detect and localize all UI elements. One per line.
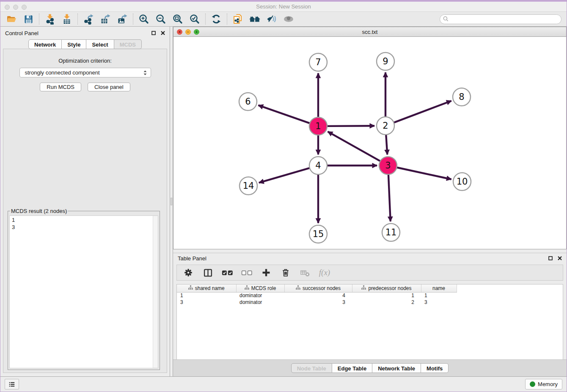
export-image-icon[interactable] (114, 13, 131, 25)
maximize-view-button[interactable]: + (194, 29, 199, 35)
graph-edge-1-2[interactable] (327, 126, 374, 126)
graph-node-4[interactable]: 4 (309, 157, 327, 174)
zoom-out-icon[interactable] (152, 13, 169, 25)
shared-column-icon (361, 285, 366, 291)
refresh-view-icon[interactable] (208, 13, 225, 25)
import-table-icon[interactable] (58, 13, 75, 25)
close-panel-icon[interactable] (161, 30, 165, 36)
float-table-panel-icon[interactable] (548, 255, 553, 262)
splitter-grip-icon (171, 198, 172, 205)
graph-node-7[interactable]: 7 (309, 53, 327, 71)
mcds-result-group: MCDS result (2 nodes) 13 (8, 208, 160, 370)
clone-network-icon[interactable] (229, 13, 246, 25)
graph-edge-2-3[interactable] (386, 135, 387, 155)
close-view-button[interactable]: × (177, 29, 182, 35)
result-scrollbar[interactable] (153, 216, 158, 368)
panel-splitter[interactable] (170, 27, 173, 376)
graph-edge-3-10[interactable] (397, 168, 451, 179)
column-header-successor-nodes[interactable]: successor nodes (284, 284, 352, 292)
horizontal-divider[interactable] (173, 249, 567, 253)
network-canvas[interactable]: 7968124314101511 (173, 37, 567, 249)
search-field[interactable] (440, 14, 561, 24)
tab-node-table[interactable]: Node Table (291, 363, 332, 373)
graph-node-10[interactable]: 10 (453, 173, 471, 190)
graph-node-6[interactable]: 6 (239, 93, 257, 110)
column-header-shared-name[interactable]: shared name (177, 284, 236, 292)
toolbar-separator (133, 14, 133, 25)
settings-gear-icon[interactable] (182, 266, 195, 279)
graph-node-15[interactable]: 15 (309, 225, 327, 243)
columns-icon[interactable] (201, 266, 214, 279)
table-cell[interactable]: 3 (177, 299, 236, 306)
table-cell[interactable]: dominator (236, 299, 284, 306)
float-panel-icon[interactable] (151, 30, 156, 36)
column-header-mcds-role[interactable]: MCDS role (236, 284, 284, 292)
control-panel: Control Panel NetworkStyleSelectMCDS Opt… (0, 27, 170, 376)
svg-text:6: 6 (245, 97, 250, 107)
tab-motifs[interactable]: Motifs (421, 363, 449, 373)
deselect-all-icon[interactable] (240, 266, 253, 279)
tab-select[interactable]: Select (86, 39, 114, 49)
open-session-icon[interactable] (3, 13, 20, 25)
optimization-criterion-dropdown[interactable]: strongly connected component (19, 68, 151, 77)
table-cell[interactable]: 1 (352, 292, 421, 299)
function-builder-disabled-icon: f(x) (318, 266, 331, 279)
task-history-button[interactable] (5, 379, 19, 389)
table-row[interactable]: 3dominator323 (177, 299, 457, 306)
table-cell[interactable]: 1 (177, 292, 236, 299)
search-input[interactable] (451, 17, 558, 22)
table-cell[interactable]: 2 (352, 299, 421, 306)
table-cell[interactable]: 3 (421, 299, 457, 306)
graph-edge-3-11[interactable] (388, 174, 391, 221)
graph-edge-1-6[interactable] (259, 105, 310, 124)
memory-button[interactable]: Memory (525, 379, 562, 389)
tab-network-table[interactable]: Network Table (372, 363, 421, 373)
graph-node-11[interactable]: 11 (382, 224, 400, 241)
graph-edge-2-8[interactable] (394, 101, 451, 122)
import-network-icon[interactable] (41, 13, 58, 25)
export-network-icon[interactable] (80, 13, 97, 25)
minimize-view-button[interactable]: − (185, 29, 191, 35)
table-cell[interactable]: 4 (284, 292, 352, 299)
zoom-fit-icon[interactable] (169, 13, 186, 25)
graph-node-14[interactable]: 14 (239, 177, 257, 195)
tab-edge-table[interactable]: Edge Table (332, 363, 372, 373)
graph-edge-4-14[interactable] (259, 168, 310, 183)
column-header-predecessor-nodes[interactable]: predecessor nodes (352, 284, 421, 292)
close-panel-button[interactable]: Close panel (88, 83, 130, 91)
mcds-result-textarea[interactable]: 13 (9, 215, 158, 368)
zoom-selected-icon[interactable] (186, 13, 203, 25)
graph-node-1[interactable]: 1 (309, 117, 327, 135)
graph-node-2[interactable]: 2 (377, 117, 394, 135)
select-all-checked-icon[interactable] (221, 266, 234, 279)
table-body[interactable]: 1dominator4113dominator323 (177, 292, 457, 306)
zoom-in-icon[interactable] (135, 13, 152, 25)
minimize-window-button[interactable] (13, 5, 18, 10)
hide-selected-icon[interactable] (263, 13, 280, 25)
tab-network[interactable]: Network (28, 39, 62, 49)
table-header[interactable]: shared nameMCDS rolesuccessor nodesprede… (177, 284, 457, 292)
graph-edge-3-1[interactable] (328, 132, 380, 161)
network-overview-icon[interactable] (246, 13, 263, 25)
delete-column-icon[interactable] (279, 266, 292, 279)
graph-node-3[interactable]: 3 (379, 157, 397, 174)
add-column-icon[interactable] (260, 266, 272, 279)
table-row[interactable]: 1dominator411 (177, 292, 457, 299)
run-mcds-button[interactable]: Run MCDS (40, 83, 81, 91)
close-window-button[interactable] (5, 5, 10, 10)
export-table-icon[interactable] (97, 13, 114, 25)
graph-node-8[interactable]: 8 (453, 88, 471, 106)
column-header-name[interactable]: name (421, 284, 457, 292)
tab-style[interactable]: Style (62, 39, 86, 49)
save-session-icon[interactable] (20, 13, 37, 25)
maximize-window-button[interactable] (22, 5, 27, 10)
node-table[interactable]: shared nameMCDS rolesuccessor nodesprede… (176, 284, 563, 359)
close-table-panel-icon[interactable] (558, 255, 562, 262)
table-cell[interactable]: 3 (284, 299, 352, 306)
table-cell[interactable]: 1 (421, 292, 457, 299)
show-all-icon[interactable] (280, 13, 297, 25)
tab-mcds[interactable]: MCDS (114, 39, 142, 49)
graph-node-9[interactable]: 9 (377, 52, 394, 70)
table-cell[interactable]: dominator (236, 292, 284, 299)
network-window-titlebar[interactable]: × − + scc.txt (173, 27, 567, 37)
